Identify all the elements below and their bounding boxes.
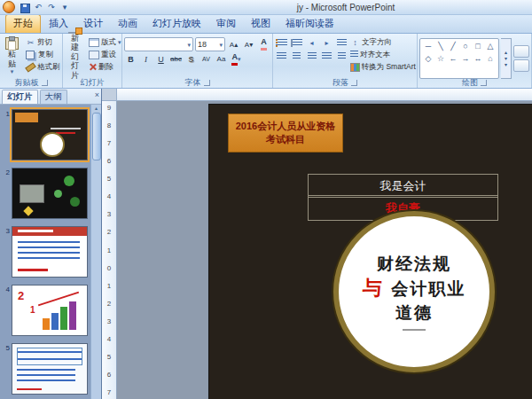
shape-diagonal-up-icon[interactable]: ╱ [450, 43, 455, 51]
bullets-button[interactable] [275, 37, 288, 49]
shape-line-icon[interactable]: ─ [426, 43, 431, 51]
shape-arrow-both-icon[interactable]: ↔ [474, 55, 482, 63]
slide-thumbnail-5[interactable] [12, 343, 88, 395]
reset-button[interactable]: 重设 [87, 49, 123, 60]
columns-button[interactable] [335, 51, 348, 62]
save-button[interactable] [19, 2, 31, 13]
shrink-font-button[interactable]: A▾ [242, 39, 255, 51]
shapes-gallery[interactable]: ─ ╲ ╱ ○ □ △ ◇ ☆ ← → ↔ ⌂ [419, 38, 499, 79]
dialog-launcher-icon[interactable] [42, 80, 48, 86]
tab-review[interactable]: 审阅 [209, 15, 243, 33]
shape-home-icon[interactable]: ⌂ [488, 55, 492, 63]
scrollbar-thumb[interactable] [92, 113, 101, 160]
office-button[interactable] [3, 1, 15, 13]
thumbnails-scrollbar[interactable]: ▴ [90, 105, 101, 399]
ruler-number: 0 [107, 264, 111, 272]
slides-tab-label: 幻灯片 [7, 91, 33, 101]
undo-icon: ↶ [35, 3, 42, 12]
delete-slide-button[interactable]: 删除 [87, 61, 123, 73]
format-painter-button[interactable]: 格式刷 [24, 61, 62, 73]
circle-dash [403, 329, 426, 331]
textbox-im-an-accountant[interactable]: 我是会计 [308, 174, 498, 198]
dialog-launcher-icon[interactable] [351, 80, 357, 86]
qat-customize-button[interactable]: ▾ [59, 2, 71, 13]
scroll-up-icon[interactable]: ▴ [95, 105, 98, 112]
increase-indent-button[interactable]: ▸ [320, 37, 333, 49]
slides-group-label-text: 幻灯片 [81, 77, 105, 89]
quick-styles-button[interactable] [513, 59, 529, 72]
scroll-up-icon[interactable]: ▴ [505, 50, 507, 55]
tab-animations[interactable]: 动画 [111, 15, 145, 33]
ruler-number: 1 [107, 246, 111, 254]
underline-button[interactable]: U [154, 53, 168, 65]
text-direction-button[interactable]: ↕ 文字方向 [350, 36, 416, 48]
clear-formatting-button[interactable]: A [257, 39, 270, 51]
slide-thumbnail-1[interactable] [12, 109, 88, 160]
shape-arrow-right-icon[interactable]: → [462, 55, 470, 63]
arrange-button[interactable] [513, 45, 529, 58]
title-circle[interactable]: 财经法规 与 会计职业 道德 [333, 211, 495, 372]
shape-triangle-icon[interactable]: △ [488, 43, 494, 51]
new-slide-button[interactable]: 新建 幻灯片 [65, 35, 85, 76]
shape-rectangle-icon[interactable]: □ [475, 43, 480, 51]
shape-oval-icon[interactable]: ○ [463, 43, 467, 51]
main-area: 幻灯片 大纲 × 1 2 [0, 89, 532, 399]
slide-thumbnail-2[interactable] [12, 168, 88, 219]
chevron-down-icon: ▾ [238, 56, 241, 62]
dialog-launcher-icon[interactable] [204, 80, 210, 86]
italic-button[interactable]: I [139, 53, 153, 65]
tab-slideshow[interactable]: 幻灯片放映 [145, 15, 208, 33]
dialog-launcher-icon[interactable] [481, 80, 487, 86]
paste-button[interactable]: 粘贴 ▾ [2, 35, 22, 76]
change-case-button[interactable]: Aa [215, 53, 228, 65]
font-name-combobox[interactable]: ▾ [124, 37, 193, 51]
align-text-button[interactable]: 对齐文本 [350, 49, 416, 60]
close-pane-icon[interactable]: × [95, 91, 99, 99]
tab-view[interactable]: 视图 [244, 15, 278, 33]
tab-outline[interactable]: 大纲 [40, 90, 67, 104]
shape-star-icon[interactable]: ☆ [437, 55, 444, 63]
align-center-button[interactable] [290, 51, 303, 62]
horizontal-ruler[interactable] [117, 89, 532, 101]
tab-home[interactable]: 开始 [5, 14, 41, 33]
decrease-indent-button[interactable]: ◂ [305, 37, 318, 49]
tab-slides-thumbnails[interactable]: 幻灯片 [2, 90, 38, 104]
ribbon-group-drawing: ─ ╲ ╱ ○ □ △ ◇ ☆ ← → ↔ ⌂ ▴ ▾ ▾ [418, 34, 532, 88]
line-spacing-button[interactable] [335, 37, 348, 49]
justify-button[interactable] [320, 51, 333, 62]
strikethrough-button[interactable]: abc [169, 53, 183, 65]
font-size-combobox[interactable]: 18 ▾ [195, 37, 225, 51]
align-right-button[interactable] [305, 51, 318, 62]
character-spacing-button[interactable]: AV [200, 53, 213, 65]
font-color-button[interactable]: A ▾ [230, 53, 243, 65]
new-slide-label-2: 幻灯片 [68, 52, 82, 80]
align-left-button[interactable] [275, 51, 288, 62]
shapes-gallery-scrollbar[interactable]: ▴ ▾ ▾ [501, 38, 512, 79]
cut-button[interactable]: ✂ 剪切 [24, 36, 62, 48]
convert-to-smartart-button[interactable]: 转换为 SmartArt [350, 61, 416, 73]
exam-subject-badge[interactable]: 2016会计人员从业资格 考试科目 [228, 113, 343, 153]
grow-font-button[interactable]: A▴ [227, 39, 240, 51]
slide-thumbnail-3[interactable] [12, 226, 88, 278]
tab-foxit-reader[interactable]: 福昕阅读器 [278, 15, 341, 33]
undo-button[interactable]: ↶ [32, 2, 44, 13]
mini-red-line [17, 388, 42, 390]
slide-canvas[interactable]: 2016会计人员从业资格 考试科目 我是会计 我自豪 财经法规 与 [209, 105, 532, 399]
vertical-ruler[interactable]: 9 8 7 6 5 4 3 2 1 0 1 2 3 4 5 6 7 [102, 101, 117, 399]
shape-diagonal-down-icon[interactable]: ╲ [438, 43, 442, 51]
smartart-icon [350, 63, 360, 72]
redo-button[interactable]: ↷ [45, 2, 58, 13]
bold-button[interactable]: B [124, 53, 137, 65]
thumbnail-row: 2 [2, 168, 90, 219]
layout-button[interactable]: 版式 ▾ [87, 36, 123, 48]
scroll-down-icon[interactable]: ▾ [505, 56, 507, 61]
ruler-number: 4 [107, 192, 111, 200]
tab-insert[interactable]: 插入 [42, 15, 75, 33]
numbering-button[interactable] [290, 37, 303, 49]
shape-diamond-icon[interactable]: ◇ [426, 55, 432, 63]
shape-arrow-left-icon[interactable]: ← [450, 55, 458, 63]
copy-button[interactable]: 复制 [24, 49, 62, 60]
slide-thumbnail-4[interactable]: 2 1 [12, 285, 88, 336]
gallery-more-icon[interactable]: ▾ [505, 62, 507, 67]
text-shadow-button[interactable]: S [184, 53, 198, 65]
